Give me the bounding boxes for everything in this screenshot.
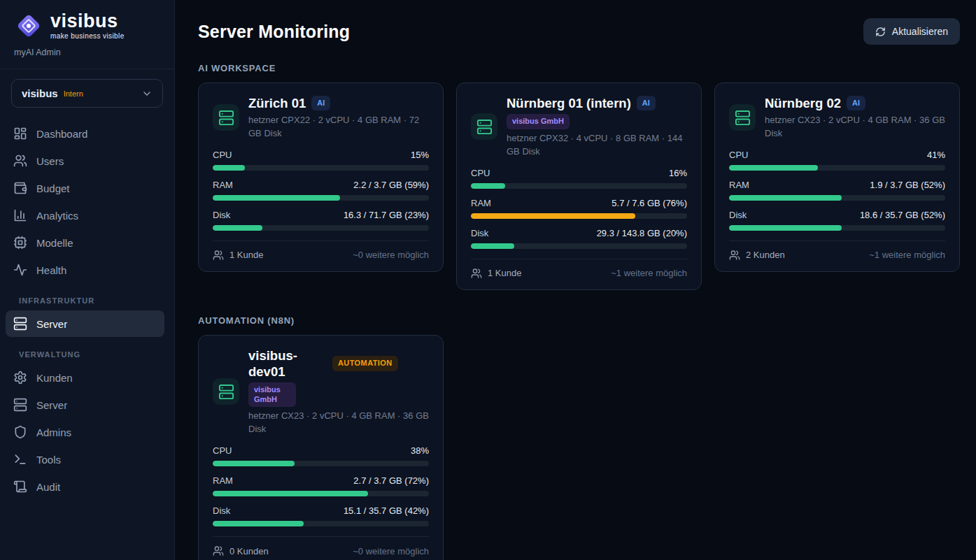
server-card-visibus-dev01: visibus-dev01 AUTOMATION visibus GmbH he… — [198, 335, 444, 560]
cpu-metric: CPU15% — [213, 150, 429, 171]
users-icon — [213, 545, 224, 557]
server-icon — [471, 113, 497, 140]
metric-value: 15.1 / 35.7 GB (42%) — [344, 505, 429, 516]
cpu-progress-bar — [471, 183, 687, 189]
page-header: Server Monitoring Aktualisieren — [198, 0, 960, 45]
disk-progress-fill — [729, 225, 842, 231]
sidebar-item-audit[interactable]: Audit — [6, 473, 164, 500]
automation-badge: AUTOMATION — [332, 356, 398, 371]
metric-value: 38% — [411, 445, 429, 456]
capacity-hint: ~0 weitere möglich — [353, 250, 429, 260]
sidebar-item-server-verwaltung[interactable]: Server — [6, 392, 164, 418]
metric-label: RAM — [471, 198, 491, 208]
disk-progress-bar — [213, 225, 429, 231]
metric-label: Disk — [729, 210, 747, 220]
cpu-metric: CPU38% — [213, 445, 429, 466]
metric-label: CPU — [213, 150, 232, 160]
ram-metric: RAM5.7 / 7.6 GB (76%) — [471, 198, 687, 219]
sidebar-item-kunden[interactable]: Kunden — [6, 364, 164, 391]
metric-value: 16% — [669, 168, 687, 178]
disk-metric: Disk16.3 / 71.7 GB (23%) — [213, 210, 429, 231]
nav-label: Health — [36, 264, 66, 276]
ram-metric: RAM2.2 / 3.7 GB (59%) — [213, 180, 429, 201]
ai-badge: AI — [637, 96, 656, 111]
nav-label: Server — [36, 399, 67, 411]
server-card-zuerich-01: Zürich 01 AI hetzner CPX22 · 2 vCPU · 4 … — [198, 82, 444, 272]
server-icon — [729, 104, 756, 131]
sidebar-nav: Dashboard Users Budget Analytics Modelle… — [0, 110, 174, 501]
refresh-icon — [875, 27, 886, 37]
card-footer: 0 Kunden ~0 weitere möglich — [213, 536, 429, 557]
sidebar-item-health[interactable]: Health — [6, 257, 164, 283]
card-footer: 1 Kunde ~0 weitere möglich — [213, 240, 429, 261]
ram-progress-fill — [471, 213, 635, 219]
nav-label: Admins — [36, 426, 71, 438]
sidebar-divider — [0, 69, 174, 69]
metric-value: 15% — [411, 150, 429, 160]
shield-icon — [13, 425, 27, 439]
users-icon — [213, 250, 224, 261]
section-label-verwaltung: Verwaltung — [6, 338, 164, 364]
chevron-down-icon — [141, 88, 153, 99]
users-icon — [729, 250, 740, 261]
sidebar-item-analytics[interactable]: Analytics — [6, 202, 164, 229]
metric-label: Disk — [213, 505, 230, 516]
scroll-icon — [13, 480, 27, 494]
bar-chart-icon — [13, 208, 27, 222]
server-name: Nürnberg 01 (intern) — [507, 95, 631, 111]
server-name: Zürich 01 — [248, 95, 306, 111]
sidebar-item-dashboard[interactable]: Dashboard — [6, 120, 164, 147]
customer-count: 1 Kunde — [213, 250, 263, 261]
sidebar-item-admins[interactable]: Admins — [6, 419, 164, 445]
refresh-button-label: Aktualisieren — [892, 26, 948, 37]
nav-label: Users — [36, 155, 64, 167]
disk-progress-bar — [213, 521, 429, 526]
disk-metric: Disk18.6 / 35.7 GB (52%) — [729, 210, 945, 231]
metric-label: CPU — [729, 150, 748, 160]
server-specs: hetzner CX23 · 2 vCPU · 4 GB RAM · 36 GB… — [765, 114, 945, 141]
capacity-hint: ~0 weitere möglich — [353, 546, 429, 557]
server-name: visibus-dev01 — [248, 347, 327, 380]
refresh-button[interactable]: Aktualisieren — [863, 18, 960, 45]
disk-metric: Disk29.3 / 143.8 GB (20%) — [471, 228, 687, 249]
nav-label: Modelle — [36, 237, 73, 249]
metric-value: 18.6 / 35.7 GB (52%) — [860, 210, 945, 220]
metric-label: RAM — [213, 180, 233, 190]
sidebar-item-users[interactable]: Users — [6, 148, 164, 174]
ram-progress-bar — [729, 195, 945, 201]
server-specs: hetzner CPX32 · 4 vCPU · 8 GB RAM · 144 … — [507, 132, 687, 159]
ram-progress-bar — [213, 195, 429, 201]
disk-progress-bar — [729, 225, 945, 231]
visibus-logo-icon — [14, 11, 43, 41]
users-icon — [471, 268, 482, 279]
sidebar-item-server-infrastruktur[interactable]: Server — [6, 310, 164, 337]
main-content: Server Monitoring Aktualisieren AI Works… — [175, 0, 976, 560]
sidebar-item-modelle[interactable]: Modelle — [6, 229, 164, 256]
sidebar-item-tools[interactable]: Tools — [6, 446, 164, 473]
metric-value: 5.7 / 7.6 GB (76%) — [611, 198, 687, 208]
layout-dashboard-icon — [13, 127, 27, 141]
customer-count-label: 1 Kunde — [488, 268, 521, 278]
capacity-hint: ~1 weitere möglich — [869, 250, 945, 260]
nav-label: Budget — [36, 182, 70, 194]
metric-label: RAM — [729, 180, 749, 190]
nav-label: Analytics — [36, 210, 78, 222]
card-footer: 2 Kunden ~1 weitere möglich — [729, 240, 945, 261]
sidebar-item-budget[interactable]: Budget — [6, 175, 164, 201]
nav-label: Server — [36, 318, 67, 330]
workspace-name: visibus — [22, 87, 58, 99]
card-footer: 1 Kunde ~1 weitere möglich — [471, 259, 687, 279]
server-specs: hetzner CPX22 · 2 vCPU · 4 GB RAM · 72 G… — [248, 114, 429, 141]
ai-badge: AI — [311, 96, 330, 111]
workspace-selector[interactable]: visibus Intern — [11, 79, 163, 108]
automation-grid: visibus-dev01 AUTOMATION visibus GmbH he… — [198, 335, 960, 560]
cpu-progress-fill — [471, 183, 505, 189]
tenant-badge: visibus GmbH — [507, 114, 570, 129]
customer-count: 2 Kunden — [729, 250, 785, 261]
disk-progress-fill — [213, 225, 262, 231]
ram-progress-fill — [729, 195, 842, 201]
ram-progress-fill — [213, 491, 368, 496]
disk-progress-bar — [471, 243, 687, 249]
workspace-tag: Intern — [64, 89, 83, 98]
customer-count-label: 1 Kunde — [229, 250, 263, 260]
